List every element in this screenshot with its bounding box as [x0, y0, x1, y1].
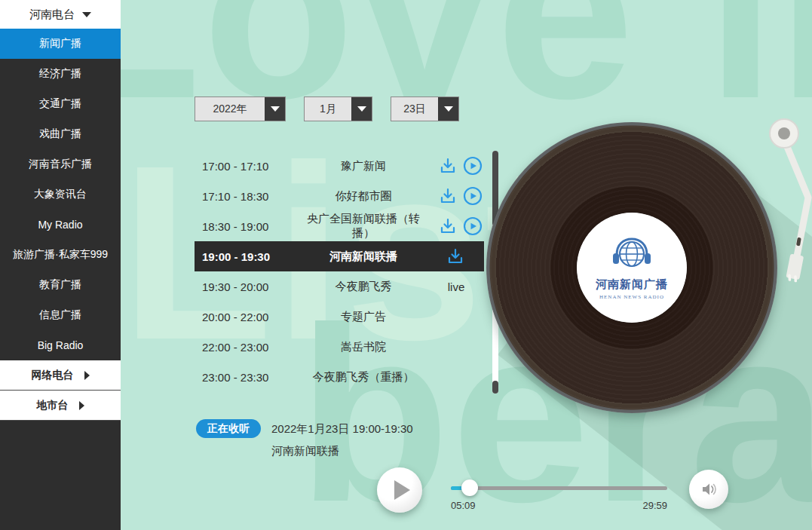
schedule-row[interactable]: 23:00 - 23:30 今夜鹏飞秀（重播） [195, 362, 484, 392]
sidebar-item-label: 旅游广播·私家车999 [13, 248, 108, 262]
sidebar-group-label: 地市台 [37, 399, 69, 412]
sidebar-item-label: 戏曲广播 [39, 127, 81, 141]
download-icon[interactable] [446, 247, 465, 266]
schedule-title: 专题广告 [299, 310, 428, 324]
chevron-down-icon [82, 12, 91, 17]
download-icon[interactable] [438, 216, 458, 236]
sidebar-item-label: Big Radio [38, 339, 84, 351]
month-select-value: 1月 [305, 97, 351, 121]
chevron-down-icon [271, 106, 280, 112]
play-button[interactable] [377, 467, 422, 513]
sidebar-item-label: 教育广播 [39, 278, 81, 292]
schedule-title: 央广全国新闻联播（转播） [299, 212, 428, 240]
schedule-row[interactable]: 19:30 - 20:00 今夜鹏飞秀 live [195, 271, 484, 302]
elapsed-time: 05:09 [451, 500, 476, 511]
sidebar-item-elephant-info[interactable]: 大象资讯台 [0, 179, 121, 210]
sidebar-item-label: 经济广播 [39, 67, 81, 81]
schedule-time: 19:30 - 20:00 [195, 280, 299, 293]
schedule-row[interactable]: 22:00 - 23:00 嵩岳书院 [195, 332, 484, 362]
sidebar-item-news[interactable]: 新闻广播 [0, 29, 121, 59]
duration-time: 29:59 [622, 500, 667, 511]
sidebar-item-label: My Radio [38, 219, 82, 231]
schedule-row[interactable]: 17:10 - 18:30 你好都市圈 [195, 181, 484, 211]
volume-button[interactable] [689, 470, 728, 509]
chevron-down-icon [444, 106, 453, 112]
schedule-title: 今夜鹏飞秀 [299, 280, 428, 294]
sidebar-item-education[interactable]: 教育广播 [0, 270, 121, 300]
schedule-row[interactable]: 20:00 - 22:00 专题广告 [195, 302, 484, 332]
download-icon[interactable] [438, 186, 458, 206]
schedule-title: 河南新闻联播 [299, 250, 428, 264]
schedule-time: 17:00 - 17:10 [195, 160, 299, 173]
chevron-down-icon [357, 106, 366, 112]
schedule-time: 17:10 - 18:30 [195, 190, 299, 203]
sidebar-item-label: 大象资讯台 [34, 188, 87, 201]
record-label-subtitle: HENAN NEWS RADIO [599, 294, 664, 300]
sidebar-item-big-radio[interactable]: Big Radio [0, 330, 121, 360]
station-logo-globe-headphones-icon [610, 235, 654, 273]
schedule-row-current[interactable]: 19:00 - 19:30 河南新闻联播 [195, 241, 484, 271]
main-panel: Love lit Liste berad 河南新闻广播 HENAN NEWS R… [121, 0, 812, 530]
now-playing-badge: 正在收听 [196, 419, 261, 438]
sidebar-group-city-stations[interactable]: 地市台 [0, 391, 121, 421]
month-select[interactable]: 1月 [304, 97, 372, 121]
schedule-list: 17:00 - 17:10 豫广新闻 17:10 - 18:30 你好都市圈 [195, 151, 484, 392]
sidebar-item-music[interactable]: 河南音乐广播 [0, 149, 121, 179]
play-circle-icon[interactable] [463, 186, 483, 206]
schedule-row[interactable]: 17:00 - 17:10 豫广新闻 [195, 151, 484, 181]
now-playing-program: 河南新闻联播 [271, 444, 339, 458]
sidebar-item-opera[interactable]: 戏曲广播 [0, 119, 121, 149]
schedule-title: 豫广新闻 [299, 159, 428, 173]
schedule-time: 18:30 - 19:00 [195, 220, 299, 233]
schedule-time: 23:00 - 23:30 [195, 371, 299, 384]
sidebar-item-travel[interactable]: 旅游广播·私家车999 [0, 240, 121, 270]
year-select[interactable]: 2022年 [195, 97, 286, 121]
play-circle-icon[interactable] [463, 216, 483, 236]
now-playing-datetime: 2022年1月23日 19:00-19:30 [271, 422, 413, 437]
year-select-value: 2022年 [195, 97, 265, 121]
speaker-icon [699, 479, 719, 499]
schedule-time: 19:00 - 19:30 [195, 250, 299, 263]
sidebar-item-label: 河南音乐广播 [29, 158, 92, 171]
day-select-value: 23日 [391, 97, 438, 121]
schedule-time: 20:00 - 22:00 [195, 311, 299, 323]
day-select-arrow-button[interactable] [438, 97, 458, 121]
sidebar-item-label: 信息广播 [39, 308, 81, 322]
play-circle-icon[interactable] [463, 156, 483, 176]
sidebar-group-label: 网络电台 [32, 369, 74, 382]
schedule-row[interactable]: 18:30 - 19:00 央广全国新闻联播（转播） [195, 211, 484, 241]
sidebar-item-label: 交通广播 [39, 97, 81, 111]
download-icon[interactable] [438, 156, 458, 176]
live-badge: live [428, 280, 484, 293]
schedule-time: 22:00 - 23:00 [195, 341, 299, 354]
day-select[interactable]: 23日 [391, 97, 459, 121]
sidebar-item-label: 新闻广播 [39, 37, 81, 51]
date-filter-bar: 2022年 1月 23日 [195, 97, 459, 121]
schedule-title: 你好都市圈 [299, 189, 428, 204]
tonearm-icon [648, 106, 812, 294]
schedule-title: 嵩岳书院 [299, 340, 428, 354]
chevron-right-icon [79, 401, 84, 410]
schedule-title: 今夜鹏飞秀（重播） [299, 370, 428, 384]
scrollbar-down-button[interactable] [492, 381, 498, 394]
progress-thumb[interactable] [461, 479, 478, 496]
year-select-arrow-button[interactable] [265, 97, 285, 121]
progress-bar[interactable] [451, 486, 667, 490]
sidebar-group-network-radio[interactable]: 网络电台 [0, 360, 121, 391]
station-selector-label: 河南电台 [29, 8, 75, 22]
station-selector[interactable]: 河南电台 [0, 0, 121, 29]
sidebar-item-information[interactable]: 信息广播 [0, 300, 121, 330]
sidebar-item-my-radio[interactable]: My Radio [0, 210, 121, 240]
month-select-arrow-button[interactable] [351, 97, 372, 121]
sidebar-item-economy[interactable]: 经济广播 [0, 59, 121, 89]
sidebar: 河南电台 新闻广播 经济广播 交通广播 戏曲广播 河南音乐广播 大象资讯台 My… [0, 0, 121, 530]
play-triangle-icon [394, 480, 410, 500]
chevron-right-icon [84, 371, 90, 380]
sidebar-item-traffic[interactable]: 交通广播 [0, 89, 121, 119]
